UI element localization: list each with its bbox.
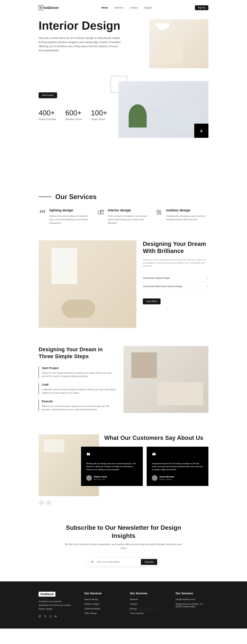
hero: Interior Design Step into a world where … [39,19,208,121]
step-heading: Craft [42,383,116,386]
footer-col-title: Our Services [84,592,117,595]
facebook-icon[interactable]: ⓕ [39,615,41,618]
service-title: lighting design [49,208,92,212]
nav-services[interactable]: Services [114,6,123,9]
mail-icon: ✉ [90,560,95,564]
watermark: مستقل mostaql.com [126,607,158,612]
hero-title: Interior Design [39,19,142,32]
service-desc: Celebrate the changing seasons with our … [166,214,208,221]
social-links: ⓕ 𝕏 ◻ in [39,615,71,618]
svg-rect-1 [101,210,103,214]
steps-section: Designing Your Dream in Three Simple Ste… [39,346,208,416]
service-desc: Achieve the perfect balance of ambient, … [49,214,92,225]
testimonials-section: What Our Customers Say About Us ❝ Workin… [39,434,208,506]
logo-text: ivaDecor [44,6,59,10]
author-location: New York, USA [94,478,107,480]
newsletter-form: ✉ Subscribe [89,558,158,566]
services-section: Our Services lighting designAchieve the … [39,193,208,225]
start-project-button[interactable]: Start Project [39,92,57,98]
footer: VivaDecor VivaDecor your premier destina… [0,582,247,628]
svg-rect-0 [98,211,100,214]
step-heading: Start Project [42,366,116,370]
step-item: Start ProjectEmbark on your design adven… [39,366,116,378]
step-item: CraftCollaborate closely to achieve desi… [39,383,116,394]
step-desc: Witness your vision becoming a reality a… [42,404,116,411]
service-item: outdoor designCelebrate the changing sea… [155,208,208,225]
author-name: Sophie Carter [94,476,107,478]
instagram-icon[interactable]: ◻ [49,615,52,618]
outdoor-icon [155,208,163,216]
accordion-item-living[interactable]: Living Room Interior Design + [143,274,208,282]
footer-link[interactable]: Careers [130,603,163,605]
step-heading: Execute [42,400,116,403]
dream-title: Designing Your Dream With Brilliance [143,240,208,254]
signup-button[interactable]: Sign Up [195,5,208,10]
svg-rect-2 [101,210,102,211]
footer-contact[interactable]: info@vivadecor.com [176,598,208,601]
plus-icon: + [207,285,208,288]
stat-label: Project Complete [39,118,56,121]
prev-button[interactable]: ← [39,500,44,506]
newsletter-section: Subscribe to Our Newsletter for Design I… [39,524,208,566]
services-title: Our Services [55,193,97,200]
service-title: outdoor design [166,208,208,212]
stat-item: 400+Project Complete [39,108,56,121]
author-location: Toronto, Canada [159,478,174,480]
scroll-down-button[interactable] [194,124,208,138]
footer-link[interactable]: Outdoor design [84,603,117,605]
step-desc: Collaborate closely to achieve design ex… [42,388,116,394]
hero-image-2-wrap [118,81,208,138]
footer-link[interactable]: Interior design [84,598,117,601]
twitter-icon[interactable]: 𝕏 [44,615,46,618]
logo-box: V [39,5,43,10]
steps-title: Designing Your Dream in Three Simple Ste… [39,346,116,360]
author-name: James Bennett [159,476,174,478]
footer-link[interactable]: Lightning design [84,608,117,610]
next-button[interactable]: → [46,500,51,506]
plus-icon: + [207,277,208,279]
nav-home[interactable]: Home [101,6,108,9]
dream-section: Designing Your Dream With Brilliance Ele… [39,240,208,328]
stat-label: Satisfied Clients [65,118,82,121]
interior-icon [97,208,105,216]
title-line [39,196,51,197]
accordion-item-office[interactable]: Commercial Office Room Interior Design + [143,282,208,291]
stat-num: 100+ [91,108,107,117]
footer-link[interactable]: Office design [84,612,117,615]
step-item: ExecuteWitness your vision becoming a re… [39,400,116,411]
nav-contact[interactable]: Contact [130,6,138,9]
avatar [152,475,157,481]
learn-more-button[interactable]: Learn More [143,298,161,304]
nav-support[interactable]: Support [144,6,152,9]
newsletter-title: Subscribe to Our Newsletter for Design I… [64,524,183,540]
stat-item: 100+Unique Styles [91,108,107,121]
footer-col-title: Our Services [130,592,163,595]
accordion-label: Living Room Interior Design [143,277,170,279]
stat-num: 600+ [65,108,82,117]
footer-link[interactable]: Reviews [130,598,163,601]
nav: Home Services Contact Support [101,6,152,9]
logo[interactable]: VivaDecor [39,5,59,10]
header: VivaDecor Home Services Contact Support … [39,0,208,16]
testimonial-text: Exceptional service! From the initial co… [152,462,203,471]
linkedin-icon[interactable]: in [55,615,57,618]
quote-icon: ❝ [152,452,203,460]
quote-icon: ❝ [86,452,138,460]
avatar [86,475,92,481]
hero-image-1 [149,19,208,68]
service-desc: From concept to completion, we oversee e… [108,214,150,225]
arrow-down-icon [199,128,204,133]
footer-logo[interactable]: VivaDecor [39,592,55,596]
stat-item: 600+Satisfied Clients [65,108,82,121]
email-input[interactable] [95,559,141,565]
hero-desc: Step into a world where the art of Inter… [39,36,122,52]
dream-image [39,240,136,328]
stat-label: Unique Styles [91,118,107,121]
footer-desc: VivaDecor your premier destination for l… [39,600,71,611]
steps-image [123,346,208,413]
subscribe-button[interactable]: Subscribe [141,559,157,565]
footer-link[interactable]: Press inquires [130,612,163,615]
testimonial-text: Working with your design team was an abs… [86,462,138,471]
svg-point-5 [159,210,161,213]
testimonials-title: What Our Customers Say About Us [104,434,208,442]
